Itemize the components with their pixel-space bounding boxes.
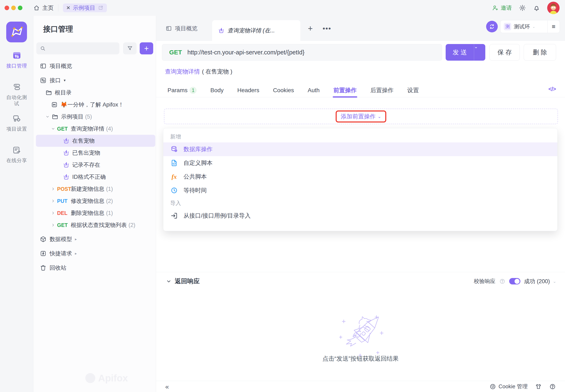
- filter-button[interactable]: [123, 42, 137, 54]
- chevron-right-icon[interactable]: [51, 210, 57, 215]
- project-tab[interactable]: ✕ 示例项目: [63, 3, 107, 12]
- method-label: DEL: [57, 210, 71, 216]
- sidebar-section-apis[interactable]: 接口 ▾: [33, 74, 156, 86]
- tree-item[interactable]: GET根据状态查找宠物列表(2): [36, 219, 155, 231]
- data-model-icon: [40, 236, 47, 243]
- tree-item[interactable]: 在售宠物: [36, 135, 155, 147]
- collapse-sidebar-button[interactable]: «: [165, 383, 169, 390]
- close-tab-icon[interactable]: ✕: [66, 5, 70, 10]
- help-question-icon[interactable]: [549, 383, 556, 390]
- validate-response-toggle[interactable]: [509, 278, 520, 284]
- sidebar-item-quick-request[interactable]: 快捷请求▸: [33, 248, 156, 259]
- menu-item-fx[interactable]: fx公共脚本: [163, 170, 557, 183]
- send-options-chevron-icon[interactable]: ⌄: [474, 44, 485, 61]
- tree-item[interactable]: GET查询宠物详情(4): [36, 123, 155, 135]
- folder-icon: [45, 89, 52, 96]
- zoom-window-button[interactable]: [18, 6, 22, 10]
- chevron-right-icon[interactable]: [51, 198, 57, 203]
- tree-item-label: 在售宠物: [72, 137, 95, 144]
- send-button-label[interactable]: 发 送: [446, 44, 474, 61]
- chevron-right-icon[interactable]: [51, 186, 57, 191]
- help-question-icon[interactable]: [499, 278, 505, 284]
- tab-overflow-menu-button[interactable]: •••: [322, 24, 332, 33]
- cookie-manager-button[interactable]: Cookie 管理: [489, 383, 528, 390]
- folder-icon: [52, 113, 58, 120]
- tree-item[interactable]: 根目录: [36, 87, 155, 99]
- funnel-icon: [127, 45, 133, 52]
- rail-item-online-share[interactable]: 在线分享: [0, 145, 33, 164]
- delete-button[interactable]: 删 除: [524, 44, 556, 61]
- sidebar-item-trash[interactable]: 回收站: [33, 262, 156, 274]
- request-tab-设置[interactable]: 设置: [407, 83, 419, 97]
- caret-right-icon[interactable]: ▸: [75, 251, 77, 256]
- request-tab-前置操作[interactable]: 前置操作: [333, 83, 357, 97]
- menu-item-file-code[interactable]: 自定义脚本: [163, 156, 557, 170]
- rail-item-auto-test[interactable]: 自动化测试: [0, 82, 33, 107]
- tab-api-case-active[interactable]: 查询宠物详情 (在...: [212, 20, 300, 41]
- request-tab-Auth[interactable]: Auth: [308, 83, 320, 97]
- request-tab-Headers[interactable]: Headers: [237, 83, 259, 97]
- breadcrumb-api-link[interactable]: 查询宠物详情: [165, 68, 200, 76]
- code-view-toggle[interactable]: </>: [548, 86, 556, 92]
- breadcrumb: 查询宠物详情 ( 在售宠物 ): [165, 67, 232, 76]
- tab-project-overview[interactable]: 项目概览: [165, 16, 197, 41]
- tree-item-label: 删除宠物信息: [71, 209, 104, 217]
- new-tab-button[interactable]: +: [305, 24, 316, 33]
- menu-item-database[interactable]: 数据库操作: [163, 142, 557, 156]
- tree-item-label: 根目录: [55, 89, 72, 96]
- chevron-down-icon[interactable]: [45, 114, 52, 119]
- menu-item-import[interactable]: 从接口/接口用例/目录导入: [163, 209, 557, 223]
- tree-item[interactable]: 记录不存在: [36, 159, 155, 171]
- caret-down-icon[interactable]: ▾: [64, 78, 66, 83]
- request-tab-Body[interactable]: Body: [210, 83, 223, 97]
- layout-menu-button[interactable]: ≡: [548, 23, 560, 30]
- tree-item[interactable]: PUT修改宠物信息(2): [36, 195, 155, 207]
- request-tab-后置操作[interactable]: 后置操作: [370, 83, 394, 97]
- minimize-window-button[interactable]: [11, 6, 16, 10]
- case-icon: [63, 137, 70, 144]
- sidebar-item-project-overview[interactable]: 项目概览: [33, 60, 156, 72]
- external-link-icon[interactable]: [98, 5, 104, 11]
- request-tab-label: Body: [210, 87, 223, 94]
- settings-gear-icon[interactable]: [519, 4, 526, 11]
- search-input[interactable]: [36, 42, 119, 54]
- request-tab-Params[interactable]: Params1: [167, 83, 197, 97]
- home-tab[interactable]: 主页: [33, 4, 54, 12]
- api-manage-icon: [12, 51, 22, 60]
- chevron-down-icon[interactable]: [51, 126, 57, 131]
- tree-item[interactable]: DEL删除宠物信息(1): [36, 207, 155, 219]
- case-bolt-icon: [218, 27, 225, 34]
- window-controls: [5, 6, 22, 10]
- save-button[interactable]: 保 存: [489, 44, 520, 61]
- chevron-right-icon[interactable]: [51, 223, 57, 227]
- menu-item-clock[interactable]: 等待时间: [163, 183, 557, 197]
- close-window-button[interactable]: [5, 6, 9, 10]
- apifox-logo[interactable]: [6, 22, 27, 42]
- request-tab-Cookies[interactable]: Cookies: [273, 83, 294, 97]
- tree-item[interactable]: 示例项目(5): [36, 111, 155, 123]
- tree-item[interactable]: 已售出宠物: [36, 147, 155, 159]
- url-input[interactable]: GET http://test-cn.your-api-server.com/p…: [162, 44, 442, 61]
- expected-response-selector[interactable]: 成功 (200) ⌄: [524, 278, 556, 285]
- invite-button[interactable]: 邀请: [492, 4, 512, 12]
- tree-item[interactable]: POST新建宠物信息(1): [36, 183, 155, 195]
- tree-item[interactable]: 🦊一分钟，了解 Apifox！: [36, 99, 155, 111]
- api-tree: 根目录🦊一分钟，了解 Apifox！示例项目(5)GET查询宠物详情(4)在售宠…: [36, 87, 155, 231]
- request-tab-label: 设置: [407, 86, 419, 94]
- rail-item-project-settings[interactable]: 项目设置: [0, 114, 33, 132]
- caret-right-icon[interactable]: ▸: [75, 237, 77, 241]
- tree-item[interactable]: ID格式不正确: [36, 171, 155, 183]
- rail-item-label: 接口管理: [4, 63, 29, 69]
- add-api-button[interactable]: +: [140, 42, 153, 54]
- sidebar-item-data-model[interactable]: 数据模型▸: [33, 233, 156, 245]
- tshirt-theme-icon[interactable]: [535, 383, 542, 390]
- rail-item-api-manage[interactable]: 接口管理: [0, 51, 33, 69]
- response-collapse[interactable]: 返回响应: [166, 277, 200, 285]
- user-avatar[interactable]: [547, 2, 560, 14]
- send-button[interactable]: 发 送 ⌄: [446, 44, 485, 61]
- sync-button[interactable]: [486, 21, 498, 32]
- notifications-bell-icon[interactable]: [533, 4, 540, 11]
- add-pre-operation-button[interactable]: 添加前置操作 ⌄: [341, 112, 381, 120]
- titlebar-divider: [58, 4, 58, 11]
- environment-selector[interactable]: 测 测试环 ⌄: [500, 23, 547, 30]
